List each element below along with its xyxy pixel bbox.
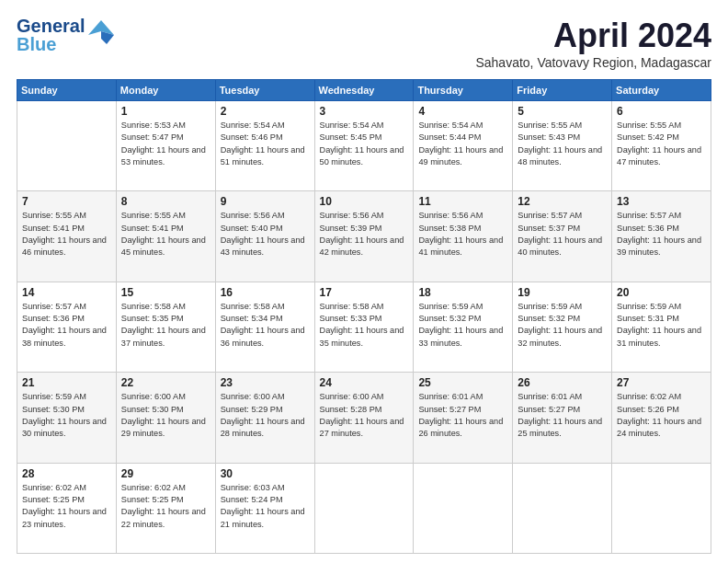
day-number: 14 [22,286,111,299]
day-number: 6 [617,105,706,118]
day-info: Sunrise: 5:59 AM Sunset: 5:32 PM Dayligh… [518,301,607,350]
calendar-week-3: 14Sunrise: 5:57 AM Sunset: 5:36 PM Dayli… [17,282,711,372]
day-info: Sunrise: 5:54 AM Sunset: 5:44 PM Dayligh… [418,120,507,168]
calendar-cell: 8Sunrise: 5:55 AM Sunset: 5:41 PM Daylig… [116,191,215,282]
weekday-header-sunday: Sunday [17,80,117,101]
day-info: Sunrise: 5:55 AM Sunset: 5:43 PM Dayligh… [518,120,607,168]
day-number: 30 [221,467,310,480]
calendar-cell: 17Sunrise: 5:58 AM Sunset: 5:33 PM Dayli… [314,282,414,372]
day-info: Sunrise: 5:59 AM Sunset: 5:32 PM Dayligh… [418,301,507,350]
calendar-cell: 15Sunrise: 5:58 AM Sunset: 5:35 PM Dayli… [116,282,215,372]
calendar-cell: 22Sunrise: 6:00 AM Sunset: 5:30 PM Dayli… [116,373,215,463]
calendar-cell: 24Sunrise: 6:00 AM Sunset: 5:28 PM Dayli… [314,373,414,463]
day-info: Sunrise: 5:54 AM Sunset: 5:46 PM Dayligh… [221,120,310,168]
day-info: Sunrise: 5:55 AM Sunset: 5:42 PM Dayligh… [617,120,706,168]
day-number: 20 [617,286,706,299]
calendar-cell: 19Sunrise: 5:59 AM Sunset: 5:32 PM Dayli… [513,282,612,372]
day-number: 19 [518,286,607,299]
calendar-cell: 10Sunrise: 5:56 AM Sunset: 5:39 PM Dayli… [314,191,414,282]
calendar-cell [513,463,612,553]
calendar-cell: 27Sunrise: 6:02 AM Sunset: 5:26 PM Dayli… [612,373,711,463]
day-number: 17 [320,286,409,299]
calendar-cell: 12Sunrise: 5:57 AM Sunset: 5:37 PM Dayli… [513,191,612,282]
weekday-header-monday: Monday [116,80,215,101]
day-info: Sunrise: 6:02 AM Sunset: 5:26 PM Dayligh… [617,391,706,440]
calendar-cell [17,101,117,191]
calendar-cell: 21Sunrise: 5:59 AM Sunset: 5:30 PM Dayli… [17,373,117,463]
day-info: Sunrise: 5:58 AM Sunset: 5:35 PM Dayligh… [121,301,210,350]
day-info: Sunrise: 5:56 AM Sunset: 5:39 PM Dayligh… [320,210,409,259]
day-number: 12 [518,195,607,208]
calendar-week-4: 21Sunrise: 5:59 AM Sunset: 5:30 PM Dayli… [17,373,711,463]
calendar-cell: 20Sunrise: 5:59 AM Sunset: 5:31 PM Dayli… [612,282,711,372]
calendar-cell: 14Sunrise: 5:57 AM Sunset: 5:36 PM Dayli… [17,282,117,372]
weekday-header-friday: Friday [513,80,612,101]
day-info: Sunrise: 5:57 AM Sunset: 5:37 PM Dayligh… [518,210,607,259]
day-number: 24 [320,376,409,389]
day-number: 25 [418,376,507,389]
weekday-header-saturday: Saturday [612,80,711,101]
day-info: Sunrise: 6:02 AM Sunset: 5:25 PM Dayligh… [121,482,210,531]
day-number: 21 [22,376,111,389]
day-number: 13 [617,195,706,208]
location-subtitle: Sahavato, Vatovavy Region, Madagascar [475,55,711,70]
calendar-cell: 13Sunrise: 5:57 AM Sunset: 5:36 PM Dayli… [612,191,711,282]
logo-blue: Blue [17,35,85,53]
weekday-header-thursday: Thursday [414,80,513,101]
day-number: 28 [22,467,111,480]
calendar-cell: 23Sunrise: 6:00 AM Sunset: 5:29 PM Dayli… [215,373,314,463]
day-info: Sunrise: 5:59 AM Sunset: 5:31 PM Dayligh… [617,301,706,350]
weekday-header-wednesday: Wednesday [314,80,414,101]
day-number: 18 [418,286,507,299]
day-info: Sunrise: 6:03 AM Sunset: 5:24 PM Dayligh… [221,482,310,531]
day-number: 11 [418,195,507,208]
day-number: 3 [320,105,409,118]
day-info: Sunrise: 5:57 AM Sunset: 5:36 PM Dayligh… [617,210,706,259]
day-number: 7 [22,195,111,208]
day-info: Sunrise: 6:00 AM Sunset: 5:29 PM Dayligh… [221,391,310,440]
calendar-cell: 26Sunrise: 6:01 AM Sunset: 5:27 PM Dayli… [513,373,612,463]
day-number: 5 [518,105,607,118]
day-info: Sunrise: 6:01 AM Sunset: 5:27 PM Dayligh… [418,391,507,440]
day-number: 9 [221,195,310,208]
calendar-table: SundayMondayTuesdayWednesdayThursdayFrid… [17,79,711,554]
day-info: Sunrise: 5:53 AM Sunset: 5:47 PM Dayligh… [121,120,210,168]
calendar-cell [414,463,513,553]
calendar-cell: 9Sunrise: 5:56 AM Sunset: 5:40 PM Daylig… [215,191,314,282]
calendar-cell [612,463,711,553]
day-number: 26 [518,376,607,389]
day-number: 4 [418,105,507,118]
day-info: Sunrise: 5:55 AM Sunset: 5:41 PM Dayligh… [22,210,111,259]
calendar-cell: 5Sunrise: 5:55 AM Sunset: 5:43 PM Daylig… [513,101,612,191]
calendar-cell: 3Sunrise: 5:54 AM Sunset: 5:45 PM Daylig… [314,101,414,191]
calendar-cell: 4Sunrise: 5:54 AM Sunset: 5:44 PM Daylig… [414,101,513,191]
day-number: 22 [121,376,210,389]
calendar-week-5: 28Sunrise: 6:02 AM Sunset: 5:25 PM Dayli… [17,463,711,553]
day-info: Sunrise: 5:57 AM Sunset: 5:36 PM Dayligh… [22,301,111,350]
calendar-week-1: 1Sunrise: 5:53 AM Sunset: 5:47 PM Daylig… [17,101,711,191]
calendar-cell: 7Sunrise: 5:55 AM Sunset: 5:41 PM Daylig… [17,191,117,282]
day-number: 10 [320,195,409,208]
calendar-cell: 2Sunrise: 5:54 AM Sunset: 5:46 PM Daylig… [215,101,314,191]
day-info: Sunrise: 5:58 AM Sunset: 5:34 PM Dayligh… [221,301,310,350]
calendar-week-2: 7Sunrise: 5:55 AM Sunset: 5:41 PM Daylig… [17,191,711,282]
calendar-cell: 18Sunrise: 5:59 AM Sunset: 5:32 PM Dayli… [414,282,513,372]
day-number: 15 [121,286,210,299]
day-info: Sunrise: 6:00 AM Sunset: 5:28 PM Dayligh… [320,391,409,440]
day-number: 23 [221,376,310,389]
calendar-cell: 28Sunrise: 6:02 AM Sunset: 5:25 PM Dayli… [17,463,117,553]
day-info: Sunrise: 5:56 AM Sunset: 5:38 PM Dayligh… [418,210,507,259]
day-info: Sunrise: 5:56 AM Sunset: 5:40 PM Dayligh… [221,210,310,259]
calendar-body: 1Sunrise: 5:53 AM Sunset: 5:47 PM Daylig… [17,101,711,554]
day-number: 1 [121,105,210,118]
day-info: Sunrise: 5:54 AM Sunset: 5:45 PM Dayligh… [320,120,409,168]
calendar-cell [314,463,414,553]
calendar-cell: 29Sunrise: 6:02 AM Sunset: 5:25 PM Dayli… [116,463,215,553]
calendar-cell: 1Sunrise: 5:53 AM Sunset: 5:47 PM Daylig… [116,101,215,191]
logo-bird-icon [88,18,114,48]
day-number: 16 [221,286,310,299]
day-info: Sunrise: 5:59 AM Sunset: 5:30 PM Dayligh… [22,391,111,440]
day-info: Sunrise: 6:00 AM Sunset: 5:30 PM Dayligh… [121,391,210,440]
day-number: 29 [121,467,210,480]
weekday-header-tuesday: Tuesday [215,80,314,101]
